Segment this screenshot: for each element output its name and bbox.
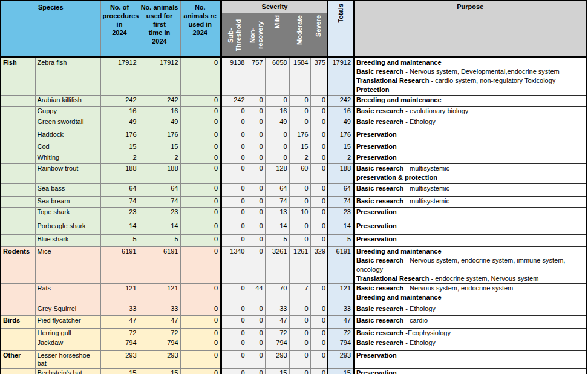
col-header-totals[interactable]: Totals xyxy=(328,1,354,57)
category-cell[interactable] xyxy=(1,338,35,350)
species-cell[interactable]: Green swordtail xyxy=(35,117,100,130)
severity-cell-non-recovery[interactable]: 44 xyxy=(247,283,265,304)
species-cell[interactable]: Rainbow trout xyxy=(35,163,100,183)
species-cell[interactable]: Grey Squirrel xyxy=(35,304,100,315)
severity-cell-sub-threshold[interactable]: 0 xyxy=(221,153,247,163)
col-header-severity-group[interactable]: Severity Sub-ThresholdNon-recoveryMildMo… xyxy=(221,1,328,57)
first-time-cell[interactable]: 17912 xyxy=(139,57,180,95)
purpose-cell[interactable]: Preservation xyxy=(354,153,586,163)
severity-cell-moderate[interactable]: 0 xyxy=(289,338,310,350)
purpose-cell[interactable]: Preservation xyxy=(354,130,586,142)
purpose-cell[interactable]: Breeding and maintenance xyxy=(354,95,586,106)
species-cell[interactable]: Bechstein's bat xyxy=(35,368,100,374)
severity-cell-severe[interactable]: 0 xyxy=(310,207,328,221)
reused-cell[interactable]: 0 xyxy=(180,57,221,95)
procedures-cell[interactable]: 121 xyxy=(100,283,139,304)
severity-cell-sub-threshold[interactable]: 0 xyxy=(221,207,247,221)
first-time-cell[interactable]: 33 xyxy=(139,304,180,315)
reused-cell[interactable]: 0 xyxy=(180,196,221,207)
severity-cell-severe[interactable]: 0 xyxy=(310,95,328,106)
severity-cell-moderate[interactable]: 15 xyxy=(289,142,310,153)
severity-cell-sub-threshold[interactable]: 0 xyxy=(221,221,247,234)
procedures-cell[interactable]: 242 xyxy=(100,95,139,106)
severity-cell-sub-threshold[interactable]: 0 xyxy=(221,350,247,368)
severity-cell-moderate[interactable]: 0 xyxy=(289,234,310,246)
severity-cell-non-recovery[interactable]: 0 xyxy=(247,153,265,163)
reused-cell[interactable]: 0 xyxy=(180,283,221,304)
severity-cell-severe[interactable]: 0 xyxy=(310,315,328,328)
severity-cell-mild[interactable]: 72 xyxy=(265,328,289,338)
purpose-cell[interactable]: Preservation xyxy=(354,142,586,153)
severity-cell-mild[interactable]: 47 xyxy=(265,315,289,328)
procedures-cell[interactable]: 188 xyxy=(100,163,139,183)
procedures-cell[interactable]: 15 xyxy=(100,142,139,153)
severity-cell-sub-threshold[interactable]: 0 xyxy=(221,338,247,350)
procedures-cell[interactable]: 33 xyxy=(100,304,139,315)
reused-cell[interactable]: 0 xyxy=(180,368,221,374)
severity-cell-severe[interactable]: 0 xyxy=(310,163,328,183)
severity-level-header-sub-threshold[interactable]: Sub-Threshold xyxy=(222,13,247,56)
first-time-cell[interactable]: 293 xyxy=(139,350,180,368)
severity-cell-mild[interactable]: 293 xyxy=(265,350,289,368)
severity-cell-non-recovery[interactable]: 0 xyxy=(247,196,265,207)
species-cell[interactable]: Arabian killifish xyxy=(35,95,100,106)
purpose-cell[interactable]: Basic research - evolutionary biology xyxy=(354,106,586,117)
severity-cell-mild[interactable]: 64 xyxy=(265,183,289,196)
total-cell[interactable]: 17912 xyxy=(328,57,354,95)
species-cell[interactable]: Herring gull xyxy=(35,328,100,338)
severity-cell-sub-threshold[interactable]: 0 xyxy=(221,368,247,374)
severity-cell-sub-threshold[interactable]: 0 xyxy=(221,183,247,196)
severity-level-header-non-recovery[interactable]: Non-recovery xyxy=(247,13,265,56)
reused-cell[interactable]: 0 xyxy=(180,328,221,338)
severity-cell-severe[interactable]: 0 xyxy=(310,106,328,117)
species-cell[interactable]: Sea bass xyxy=(35,183,100,196)
col-header-first-time[interactable]: No. animals used for first time in 2024 xyxy=(139,1,180,57)
total-cell[interactable]: 23 xyxy=(328,207,354,221)
severity-cell-moderate[interactable]: 1584 xyxy=(289,57,310,95)
first-time-cell[interactable]: 74 xyxy=(139,196,180,207)
species-cell[interactable]: Blue shark xyxy=(35,234,100,246)
severity-cell-mild[interactable]: 128 xyxy=(265,163,289,183)
total-cell[interactable]: 64 xyxy=(328,183,354,196)
first-time-cell[interactable]: 14 xyxy=(139,221,180,234)
total-cell[interactable]: 16 xyxy=(328,106,354,117)
species-cell[interactable]: Pied flycatcher xyxy=(35,315,100,328)
first-time-cell[interactable]: 49 xyxy=(139,117,180,130)
total-cell[interactable]: 14 xyxy=(328,221,354,234)
severity-cell-non-recovery[interactable]: 757 xyxy=(247,57,265,95)
severity-cell-non-recovery[interactable]: 0 xyxy=(247,163,265,183)
severity-cell-non-recovery[interactable]: 0 xyxy=(247,130,265,142)
severity-cell-mild[interactable]: 0 xyxy=(265,130,289,142)
severity-cell-non-recovery[interactable]: 0 xyxy=(247,338,265,350)
col-header-reused[interactable]: No. animals re used in 2024 xyxy=(180,1,221,57)
reused-cell[interactable]: 0 xyxy=(180,246,221,283)
severity-cell-sub-threshold[interactable]: 1340 xyxy=(221,246,247,283)
severity-cell-moderate[interactable]: 0 xyxy=(289,350,310,368)
total-cell[interactable]: 242 xyxy=(328,95,354,106)
procedures-cell[interactable]: 794 xyxy=(100,338,139,350)
reused-cell[interactable]: 0 xyxy=(180,315,221,328)
purpose-cell[interactable]: Preservation xyxy=(354,368,586,374)
severity-cell-severe[interactable]: 0 xyxy=(310,283,328,304)
reused-cell[interactable]: 0 xyxy=(180,221,221,234)
procedures-cell[interactable]: 5 xyxy=(100,234,139,246)
severity-cell-non-recovery[interactable]: 0 xyxy=(247,315,265,328)
procedures-cell[interactable]: 72 xyxy=(100,328,139,338)
reused-cell[interactable]: 0 xyxy=(180,234,221,246)
severity-cell-sub-threshold[interactable]: 0 xyxy=(221,234,247,246)
severity-cell-severe[interactable]: 329 xyxy=(310,246,328,283)
severity-cell-mild[interactable]: 3261 xyxy=(265,246,289,283)
species-cell[interactable]: Whiting xyxy=(35,153,100,163)
category-cell[interactable] xyxy=(1,221,35,234)
procedures-cell[interactable]: 74 xyxy=(100,196,139,207)
purpose-cell[interactable]: Basic research - Ethology xyxy=(354,338,586,350)
category-cell[interactable]: Fish xyxy=(1,57,35,95)
col-header-purpose[interactable]: Purpose xyxy=(354,1,586,57)
severity-cell-severe[interactable]: 0 xyxy=(310,234,328,246)
purpose-cell[interactable]: Preservation xyxy=(354,207,586,221)
severity-cell-non-recovery[interactable]: 0 xyxy=(247,234,265,246)
severity-cell-non-recovery[interactable]: 0 xyxy=(247,183,265,196)
severity-cell-sub-threshold[interactable]: 0 xyxy=(221,130,247,142)
severity-cell-moderate[interactable]: 1261 xyxy=(289,246,310,283)
severity-cell-mild[interactable]: 0 xyxy=(265,95,289,106)
